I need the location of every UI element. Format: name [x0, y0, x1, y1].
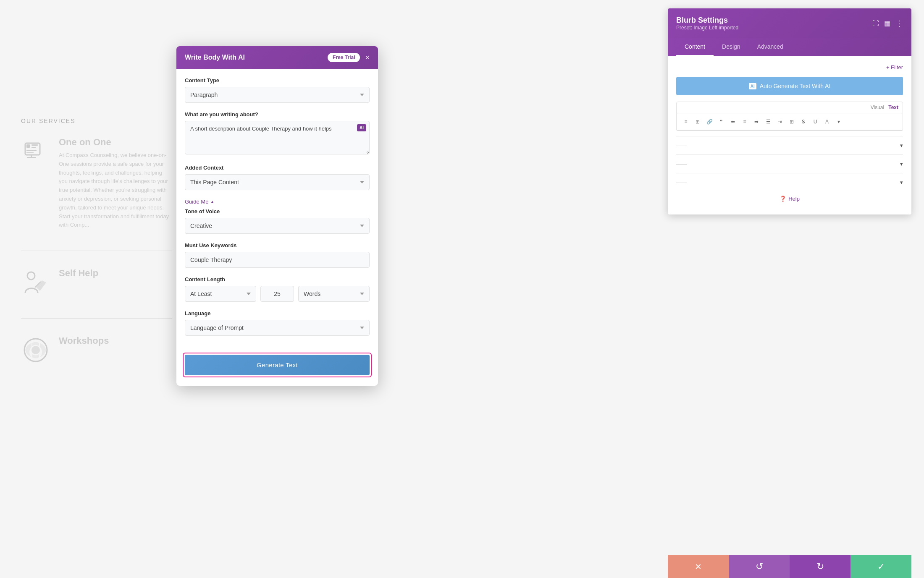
workshops-text: Workshops	[59, 335, 109, 350]
generate-btn-wrapper: Generate Text	[183, 353, 372, 377]
accordion-item-3[interactable]: —— ▾	[676, 173, 903, 191]
services-section: OUR SERVICES One on One At Compass Couns…	[21, 118, 172, 386]
svg-rect-3	[32, 147, 36, 148]
cancel-button[interactable]: ✕	[668, 555, 729, 578]
textarea-wrapper: A short description about Couple Therapy…	[185, 121, 370, 156]
toolbar-table-icon[interactable]: ⊞	[787, 117, 797, 127]
one-on-one-description: At Compass Counseling, we believe one-on…	[59, 151, 172, 230]
toolbar-strikethrough-icon[interactable]: S̶	[798, 117, 808, 127]
modal-header-right: Free Trial ×	[328, 53, 370, 62]
language-select[interactable]: Language of Prompt English Spanish Frenc…	[185, 320, 370, 336]
blurb-preset: Preset: Image Left imported	[676, 25, 738, 31]
svg-point-11	[32, 346, 40, 354]
blurb-panel-content: + Filter AI Auto Generate Text With AI V…	[668, 56, 911, 214]
more-icon[interactable]: ⋮	[895, 19, 903, 28]
workshops-icon	[21, 335, 50, 365]
help-link[interactable]: ❓ Help	[676, 196, 903, 202]
toolbar-quote-icon[interactable]: ❝	[716, 117, 726, 127]
undo-button[interactable]: ↺	[729, 555, 790, 578]
toolbar-align-left-icon[interactable]: ⬅	[728, 117, 738, 127]
accordion-label-1: ——	[676, 142, 687, 149]
fullscreen-icon[interactable]: ⛶	[872, 20, 879, 27]
help-label: Help	[788, 196, 800, 202]
guide-me-link[interactable]: Guide Me ▲	[185, 199, 370, 205]
modal-header: Write Body With AI Free Trial ×	[176, 46, 378, 69]
chevron-down-icon-2: ▾	[900, 161, 903, 167]
one-on-one-title: One on One	[59, 137, 172, 148]
content-type-group: Content Type Paragraph List Heading	[185, 77, 370, 103]
writing-about-label: What are you writing about?	[185, 111, 370, 118]
added-context-group: Added Context This Page Content None Cus…	[185, 165, 370, 190]
service-divider-2	[21, 318, 172, 319]
confirm-icon: ✓	[877, 561, 885, 572]
redo-icon: ↻	[816, 561, 824, 572]
tone-of-voice-label: Tone of Voice	[185, 208, 370, 214]
added-context-select[interactable]: This Page Content None Custom	[185, 174, 370, 190]
accordion-item-1[interactable]: —— ▾	[676, 136, 903, 154]
toolbar-more-icon[interactable]: ▾	[834, 117, 844, 127]
tab-design[interactable]: Design	[714, 38, 749, 56]
list-item: One on One At Compass Counseling, we bel…	[21, 137, 172, 230]
confirm-button[interactable]: ✓	[850, 555, 911, 578]
editor-toolbar: Visual Text ≡ ⊞ 🔗 ❝ ⬅ ≡ ➡ ☰ ⇥ ⊞ S̶ U A ▾	[676, 102, 903, 131]
self-help-title: Self Help	[59, 268, 98, 279]
toolbar-link-icon[interactable]: 🔗	[704, 117, 714, 127]
toolbar-indent-icon[interactable]: ⇥	[775, 117, 785, 127]
chevron-down-icon-3: ▾	[900, 179, 903, 186]
auto-generate-button[interactable]: AI Auto Generate Text With AI	[676, 77, 903, 95]
ai-badge: AI	[357, 124, 366, 131]
blurb-settings-panel: Blurb Settings Preset: Image Left import…	[668, 8, 911, 214]
svg-rect-1	[26, 144, 30, 148]
view-toggle[interactable]: Visual Text	[677, 102, 903, 113]
accordion-label-3: ——	[676, 179, 687, 186]
blurb-header-actions[interactable]: ⛶ ▦ ⋮	[872, 19, 903, 28]
keywords-group: Must Use Keywords	[185, 242, 370, 268]
writing-about-textarea[interactable]: A short description about Couple Therapy…	[185, 121, 370, 154]
auto-generate-label: Auto Generate Text With AI	[760, 83, 831, 89]
writing-about-group: What are you writing about? A short desc…	[185, 111, 370, 156]
blurb-header: Blurb Settings Preset: Image Left import…	[668, 8, 911, 38]
tone-of-voice-group: Tone of Voice Creative Professional Casu…	[185, 208, 370, 234]
toolbar-underline-icon[interactable]: U	[810, 117, 820, 127]
one-on-one-text: One on One At Compass Counseling, we bel…	[59, 137, 172, 230]
visual-view-btn[interactable]: Visual	[871, 105, 884, 110]
length-value-input[interactable]	[260, 286, 294, 302]
accordion-item-2[interactable]: —— ▾	[676, 154, 903, 173]
accordion-items: —— ▾ —— ▾ —— ▾	[676, 136, 903, 191]
blurb-title-group: Blurb Settings Preset: Image Left import…	[676, 16, 738, 31]
workshops-title: Workshops	[59, 335, 109, 346]
filter-button[interactable]: + Filter	[886, 64, 903, 71]
blurb-tabs[interactable]: Content Design Advanced	[668, 38, 911, 56]
grid-icon[interactable]: ▦	[884, 19, 890, 27]
language-group: Language Language of Prompt English Span…	[185, 310, 370, 336]
tab-advanced[interactable]: Advanced	[749, 38, 792, 56]
close-button[interactable]: ×	[365, 54, 370, 61]
tab-content[interactable]: Content	[676, 38, 714, 56]
write-body-ai-modal: Write Body With AI Free Trial × Content …	[176, 46, 378, 386]
list-item: Self Help	[21, 268, 172, 297]
blurb-title: Blurb Settings	[676, 16, 738, 25]
toolbar-list-unordered-icon[interactable]: ≡	[681, 117, 691, 127]
undo-icon: ↺	[756, 561, 763, 572]
help-icon: ❓	[780, 196, 786, 202]
length-unit-select[interactable]: Words Sentences Paragraphs	[298, 286, 370, 302]
toolbar-color-icon[interactable]: A	[822, 117, 832, 127]
toolbar-align-right-icon[interactable]: ➡	[751, 117, 761, 127]
toolbar-icons-row: ≡ ⊞ 🔗 ❝ ⬅ ≡ ➡ ☰ ⇥ ⊞ S̶ U A ▾	[677, 113, 903, 131]
one-on-one-icon	[21, 137, 50, 166]
free-trial-badge[interactable]: Free Trial	[328, 53, 360, 62]
content-type-select[interactable]: Paragraph List Heading	[185, 87, 370, 103]
toolbar-align-justify-icon[interactable]: ☰	[763, 117, 773, 127]
redo-button[interactable]: ↻	[790, 555, 850, 578]
length-type-select[interactable]: At Least Exactly At Most	[185, 286, 256, 302]
generate-text-button[interactable]: Generate Text	[185, 355, 370, 375]
toolbar-align-center-icon[interactable]: ≡	[740, 117, 750, 127]
tone-of-voice-select[interactable]: Creative Professional Casual Formal	[185, 218, 370, 234]
self-help-icon	[21, 268, 50, 297]
guide-me-arrow-icon: ▲	[210, 199, 214, 204]
keywords-input[interactable]	[185, 252, 370, 268]
text-view-btn[interactable]: Text	[888, 105, 898, 110]
list-item: Workshops	[21, 335, 172, 365]
toolbar-list-ordered-icon[interactable]: ⊞	[693, 117, 703, 127]
modal-title: Write Body With AI	[185, 54, 245, 61]
